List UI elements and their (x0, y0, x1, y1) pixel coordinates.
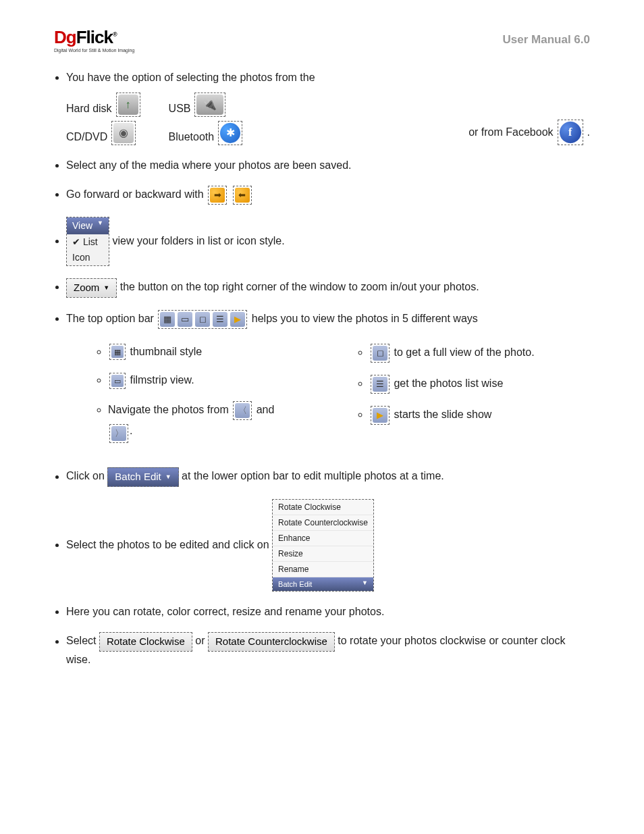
fullview-icon[interactable]: ◻ (195, 312, 210, 327)
view-ways-right: ◻ to get a full view of the photo. ☰ get… (349, 344, 590, 437)
logo-main: DgFlick® (54, 27, 117, 47)
slideshow-icon[interactable]: ▶ (371, 406, 390, 425)
chevron-down-icon: ▼ (97, 219, 103, 233)
slideshow-icon[interactable]: ▶ (230, 312, 245, 327)
bullet-top-option-bar: The top option bar ▦ ▭ ◻ ☰ ▶ helps you t… (66, 310, 590, 456)
label-bluetooth: Bluetooth (169, 129, 215, 145)
chevron-down-icon: ▼ (362, 579, 368, 590)
main-list: You have the option of selecting the pho… (54, 70, 590, 668)
chevron-down-icon: ▼ (165, 473, 171, 482)
b8-a: Select the photos to be edited and click… (66, 539, 269, 550)
batch-menu-resize[interactable]: Resize (273, 546, 373, 562)
thumbnail-icon[interactable]: ▦ (160, 312, 175, 327)
view-ways-columns: ▦ thumbnail style ▭ filmstrip view. Navi… (66, 338, 590, 456)
bullet-navigate: Go forward or backward with ➡ ⬅ (66, 186, 590, 205)
zoom-label: Zoom (74, 280, 99, 296)
listview-icon[interactable]: ☰ (371, 375, 390, 394)
batch-menu-enhance[interactable]: Enhance (273, 531, 373, 546)
media-col-local: Hard disk ↑ CD/DVD ◉ (66, 93, 142, 145)
filmstrip-icon[interactable]: ▭ (109, 373, 126, 389)
logo-left: Dg (54, 27, 76, 47)
b6-a: The top option bar (66, 313, 154, 324)
rotate-cw-button[interactable]: Rotate Clockwise (99, 632, 192, 652)
logo-sub: Digital World for Still & Motion Imaging (54, 48, 134, 53)
sub-listwise: ☰ get the photos list wise (369, 375, 590, 394)
cd-dvd-icon[interactable]: ◉ (111, 121, 136, 145)
bullet-select-photos: Select the photos to be edited and click… (66, 499, 590, 592)
bullet-select-media: Select any of the media where your photo… (66, 157, 590, 174)
batch-edit-label: Batch Edit (115, 469, 161, 485)
top-option-bar: ▦ ▭ ◻ ☰ ▶ (158, 310, 247, 329)
batch-menu-rotate-cw[interactable]: Rotate Clockwise (273, 500, 373, 515)
rotate-ccw-button[interactable]: Rotate Counterclockwise (208, 632, 335, 652)
b6-b: helps you to view the photos in 5 differ… (252, 313, 478, 324)
batch-menu-foot: Batch Edit▼ (273, 577, 373, 592)
usb-icon[interactable]: 🔌 (194, 93, 225, 117)
bullet-rotate: Select Rotate Clockwise or Rotate Counte… (66, 632, 590, 668)
facebook-icon[interactable]: f (558, 120, 583, 145)
thumbnail-icon[interactable]: ▦ (109, 344, 126, 360)
batch-edit-button[interactable]: Batch Edit ▼ (107, 467, 178, 487)
b4-tail: view your folders in list or icon style. (112, 235, 284, 246)
page-title: User Manual 6.0 (503, 33, 590, 47)
next-photo-icon[interactable]: 〉 (109, 424, 128, 443)
zoom-button[interactable]: Zoom ▼ (66, 278, 117, 298)
b3-text: Go forward or backward with (66, 188, 204, 200)
view-menu-list[interactable]: ✔ List (67, 234, 109, 250)
chevron-down-icon: ▼ (103, 284, 109, 293)
label-hard-disk: Hard disk (66, 101, 112, 117)
batch-menu-rename[interactable]: Rename (273, 562, 373, 577)
sub-fullview: ◻ to get a full view of the photo. (369, 344, 590, 363)
b10-a: Select (66, 635, 96, 647)
back-arrow-icon[interactable]: ⬅ (233, 186, 252, 205)
logo: DgFlick® Digital World for Still & Motio… (54, 27, 134, 53)
b10-b: or (195, 635, 205, 647)
forward-arrow-icon[interactable]: ➡ (208, 186, 227, 205)
view-menu[interactable]: View▼ ✔ List Icon (66, 217, 109, 266)
bullet-edit-options: Here you can rotate, color correct, resi… (66, 604, 590, 620)
media-col-external: USB 🔌 Bluetooth ✱ (169, 93, 244, 145)
label-cd-dvd: CD/DVD (66, 129, 107, 145)
label-usb: USB (169, 101, 191, 117)
view-menu-icon[interactable]: Icon (67, 250, 109, 265)
b5-text: the button on the top right corner of th… (120, 281, 479, 292)
prev-photo-icon[interactable]: 〈 (233, 401, 252, 420)
bullet-view-style: View▼ ✔ List Icon view your folders in l… (66, 217, 590, 266)
bullet-batch-edit: Click on Batch Edit ▼ at the lower optio… (66, 467, 590, 487)
bullet-zoom: Zoom ▼ the button on the top right corne… (66, 278, 590, 298)
bluetooth-icon[interactable]: ✱ (218, 121, 242, 145)
bullet-media-sources: You have the option of selecting the pho… (66, 70, 590, 145)
b7-a: Click on (66, 471, 105, 482)
batch-menu-rotate-ccw[interactable]: Rotate Counterclockwise (273, 515, 373, 531)
b7-b: at the lower option bar to edit multiple… (182, 471, 444, 482)
hard-disk-icon[interactable]: ↑ (116, 93, 140, 117)
sub-thumbnail: ▦ thumbnail style (108, 344, 329, 361)
logo-right: Flick (76, 27, 113, 47)
page-header: DgFlick® Digital World for Still & Motio… (54, 27, 590, 53)
fullview-icon[interactable]: ◻ (371, 344, 390, 363)
sub-filmstrip: ▭ filmstrip view. (108, 372, 329, 389)
sub-navigate: Navigate the photos from 〈 and 〉. (108, 401, 329, 443)
batch-edit-menu[interactable]: Rotate Clockwise Rotate Counterclockwise… (272, 499, 374, 592)
media-row: Hard disk ↑ CD/DVD ◉ USB 🔌 Bluetooth ✱ (66, 93, 590, 145)
view-ways-left: ▦ thumbnail style ▭ filmstrip view. Navi… (66, 344, 329, 456)
filmstrip-icon[interactable]: ▭ (178, 312, 192, 327)
view-menu-head: View (72, 219, 92, 233)
b1-intro: You have the option of selecting the pho… (66, 72, 315, 83)
label-facebook: or from Facebook (468, 124, 553, 140)
sub-slideshow: ▶ starts the slide show (369, 406, 590, 425)
listview-icon[interactable]: ☰ (213, 312, 227, 327)
